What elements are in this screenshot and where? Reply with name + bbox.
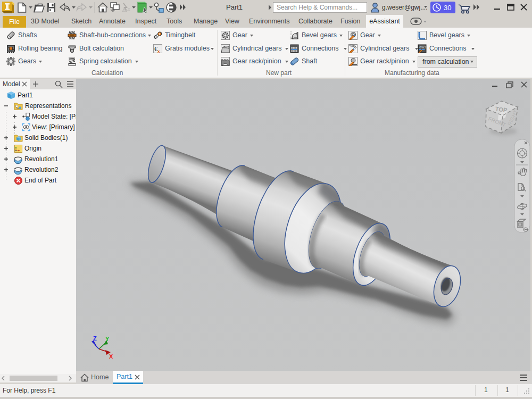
svg-text:Origin: Origin [24,145,41,152]
svg-text:Representations: Representations [25,102,71,110]
svg-text:x: x [157,49,160,53]
svg-text:Z: Z [93,335,97,342]
svg-text:Solid Bodies(1): Solid Bodies(1) [24,134,68,142]
svg-text:Model State: [Prim: Model State: [Prim [32,113,76,120]
svg-text:Part1: Part1 [18,92,33,99]
svg-text:30: 30 [444,4,451,12]
svg-text:X: X [109,353,113,360]
svg-text:Revolution1: Revolution1 [24,155,59,163]
svg-text:Y: Y [105,336,110,342]
svg-text:View: [Primary]: View: [Primary] [32,123,74,131]
svg-text:End of Part: End of Part [24,177,57,184]
svg-text:GWJ: GWJ [419,46,426,49]
svg-text:Revolution2: Revolution2 [24,166,59,173]
